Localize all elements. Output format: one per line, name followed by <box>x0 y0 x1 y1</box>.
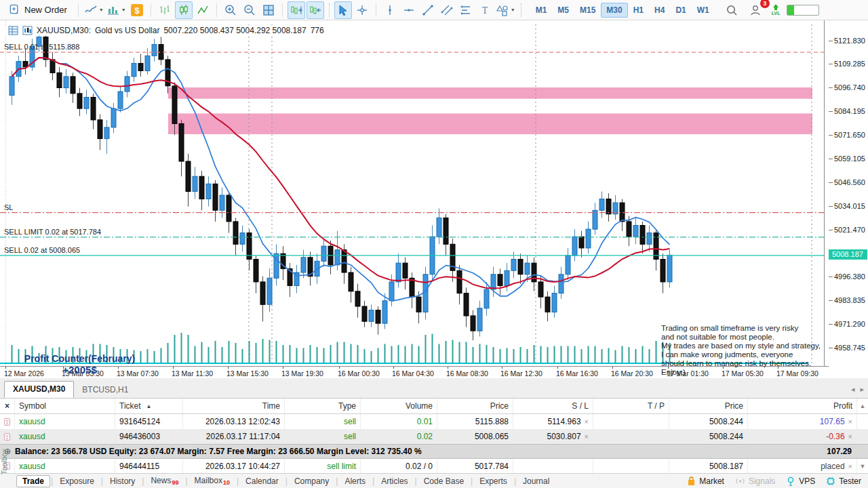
lvl-button[interactable]: LVL <box>772 4 781 16</box>
close-position-button[interactable]: × <box>848 418 852 426</box>
bar-chart-button[interactable] <box>156 1 174 19</box>
col-type[interactable]: Type <box>285 399 361 413</box>
zoom-in-button[interactable] <box>222 1 239 19</box>
status-vps[interactable]: VPS <box>786 476 815 486</box>
scroll-down-icon[interactable]: ▼ <box>857 459 868 473</box>
chart-description: Gold vs US Dollar <box>95 26 159 35</box>
timeframe-m15[interactable]: M15 <box>574 3 601 18</box>
chart-type-button[interactable]: ▼ <box>83 1 104 19</box>
tab-codebase[interactable]: Code Base <box>418 475 470 487</box>
price-chart[interactable]: SELL 0.01 at 5115.888SLSELL LIMIT 0.02 a… <box>0 20 829 366</box>
channel-tool[interactable] <box>438 1 456 19</box>
tab-news[interactable]: News99 <box>144 474 184 487</box>
tab-experts[interactable]: Experts <box>473 475 513 487</box>
col-price-current[interactable]: Price <box>669 399 748 413</box>
status-signals[interactable]: Signals <box>735 476 775 486</box>
tab-alerts[interactable]: Alerts <box>338 475 372 487</box>
tab-journal[interactable]: Journal <box>517 475 555 487</box>
col-symbol[interactable]: Symbol <box>15 399 115 413</box>
col-sl[interactable]: S / L <box>513 399 593 413</box>
zoom-out-button[interactable] <box>241 1 258 19</box>
crosshair-button[interactable] <box>353 1 371 19</box>
cursor-button[interactable] <box>334 1 352 19</box>
chart-shift-button[interactable] <box>307 1 324 19</box>
candle-body <box>443 218 448 244</box>
tile-windows-button[interactable] <box>260 1 277 19</box>
close-panel-button[interactable]: × <box>0 399 15 413</box>
status-market[interactable]: Market <box>687 476 724 486</box>
col-volume[interactable]: Volume <box>361 399 437 413</box>
horizontal-line-tool[interactable] <box>400 1 418 19</box>
time-tick-mark <box>5 367 6 369</box>
trendline-tool[interactable] <box>419 1 437 19</box>
candle-body <box>342 250 347 272</box>
col-ticket[interactable]: Ticket▲ <box>115 399 183 413</box>
time-tick-mark <box>557 367 558 369</box>
tab-company[interactable]: Company <box>288 475 335 487</box>
fibonacci-tool[interactable] <box>457 1 475 19</box>
tab-trade[interactable]: Trade <box>16 475 50 487</box>
chart-tab-xauusd[interactable]: XAUUSD,M30 <box>4 381 74 398</box>
time-tick-label: 16 Mar 00:30 <box>338 369 380 378</box>
candle-body <box>9 77 14 96</box>
tester-icon <box>826 476 835 486</box>
cell-ticket: 946436003 <box>115 429 183 444</box>
new-order-button[interactable]: New Order <box>3 1 73 19</box>
line-chart-button[interactable] <box>194 1 212 19</box>
scroll-up-icon[interactable]: ▲ <box>857 399 868 413</box>
timeframe-w1[interactable]: W1 <box>692 3 715 18</box>
tab-scroll-left-icon[interactable]: ◂ <box>851 385 855 394</box>
tab-calendar[interactable]: Calendar <box>239 475 285 487</box>
candle-body <box>132 63 136 77</box>
cell-price-current: 5008.244 <box>669 429 748 444</box>
position-row[interactable]: xauusd 946436003 2026.03.17 11:17:04 sel… <box>0 429 868 444</box>
col-tp[interactable]: T / P <box>593 399 669 413</box>
position-icon <box>4 418 10 426</box>
timeframe-m30[interactable]: M30 <box>601 3 627 18</box>
divider <box>521 3 521 17</box>
candle-body <box>77 94 82 108</box>
tab-exposure[interactable]: Exposure <box>54 475 100 487</box>
candle-body <box>640 226 645 245</box>
deposit-button[interactable]: $ <box>128 1 146 19</box>
pending-order-row[interactable]: xauusd 946444115 2026.03.17 10:44:27 sel… <box>0 459 868 473</box>
delete-order-button[interactable]: × <box>848 462 852 470</box>
close-position-button[interactable]: × <box>848 432 852 441</box>
timeframe-m1[interactable]: M1 <box>530 3 553 18</box>
indicators-button[interactable]: ▼ <box>106 1 127 19</box>
remove-sl-button[interactable]: × <box>585 418 589 426</box>
col-time[interactable]: Time <box>183 399 285 413</box>
remove-sl-button[interactable]: × <box>585 432 589 441</box>
tab-articles[interactable]: Articles <box>375 475 414 487</box>
tab-history[interactable]: History <box>104 475 141 487</box>
candle-body <box>369 310 374 322</box>
status-tester[interactable]: Tester <box>826 476 861 486</box>
tab-scroll-right-icon[interactable]: ▸ <box>860 385 864 394</box>
text-tool[interactable]: T <box>476 1 494 19</box>
shapes-tool[interactable]: ▼ <box>495 1 516 19</box>
candle-body <box>538 282 543 297</box>
price-axis[interactable]: 5008.187 5121.8305109.2855096.7405084.19… <box>829 20 868 366</box>
candle-body <box>484 289 489 308</box>
candle-body <box>91 98 96 120</box>
candle-body <box>471 316 475 331</box>
candlestick-button[interactable] <box>175 1 193 19</box>
timeframe-h4[interactable]: H4 <box>649 3 670 18</box>
candle-body <box>104 127 109 139</box>
col-price[interactable]: Price <box>437 399 513 413</box>
candle-body <box>382 301 387 323</box>
position-row[interactable]: xauusd 931645124 2026.03.13 12:02:43 sel… <box>0 414 868 429</box>
chart-panel[interactable]: SELL 0.01 at 5115.888SLSELL LIMIT 0.02 a… <box>0 20 868 366</box>
chart-tab-btcusd[interactable]: BTCUSD,H1 <box>74 382 136 398</box>
timeframe-d1[interactable]: D1 <box>670 3 691 18</box>
vertical-line-tool[interactable] <box>381 1 399 19</box>
tab-mailbox[interactable]: Mailbox10 <box>189 474 236 487</box>
toolbox-panel: × Symbol Ticket▲ Time Type Volume Price … <box>0 399 868 473</box>
community-button[interactable]: 3 <box>747 1 765 19</box>
auto-scroll-button[interactable] <box>288 1 305 19</box>
col-profit[interactable]: Profit <box>748 399 857 413</box>
timeframe-h1[interactable]: H1 <box>628 3 649 18</box>
search-button[interactable] <box>723 1 741 19</box>
timeframe-m5[interactable]: M5 <box>552 3 574 18</box>
cell-sl <box>513 459 593 473</box>
